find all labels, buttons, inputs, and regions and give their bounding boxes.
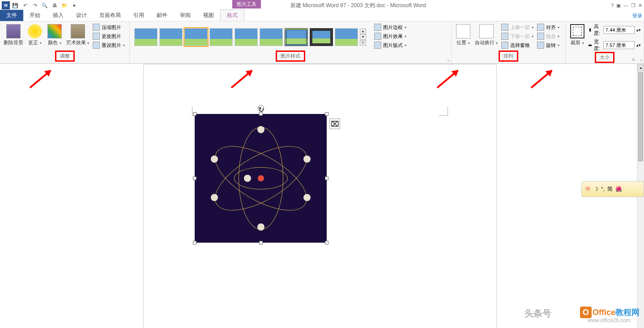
size-dialog-launcher-icon[interactable]: ⤡: [640, 59, 643, 63]
tab-design[interactable]: 设计: [70, 10, 93, 21]
style-item-9[interactable]: [335, 28, 358, 46]
restore-icon[interactable]: ❐: [631, 3, 635, 8]
print-preview-icon[interactable]: 🔍: [40, 1, 49, 10]
styles-dialog-launcher-icon[interactable]: ⤡: [447, 59, 450, 63]
tab-mailings[interactable]: 邮件: [150, 10, 174, 21]
change-icon: [93, 33, 100, 40]
picture-border-button[interactable]: 图片边框 ▾: [373, 23, 407, 31]
tab-view[interactable]: 视图: [197, 10, 220, 21]
ime-lang-icon[interactable]: 中: [585, 185, 591, 193]
tab-file[interactable]: 文件: [0, 10, 23, 21]
corrections-button[interactable]: 更正 ▾: [26, 23, 44, 50]
redo-icon[interactable]: ↷: [30, 1, 39, 10]
forward-icon: [501, 24, 508, 31]
resize-handle-sw[interactable]: [193, 241, 196, 244]
save-icon[interactable]: 💾: [11, 1, 20, 10]
rotate-button[interactable]: 旋转 ▾: [536, 41, 560, 49]
resize-handle-n[interactable]: [259, 112, 263, 116]
close-icon[interactable]: ✕: [638, 3, 642, 8]
backward-icon: [501, 33, 508, 40]
crop-label: 裁剪 ▾: [571, 39, 584, 46]
tab-insert[interactable]: 插入: [47, 10, 70, 21]
position-icon: [456, 24, 470, 38]
style-item-7[interactable]: [285, 28, 308, 46]
scroll-thumb[interactable]: [638, 72, 643, 161]
height-input[interactable]: [603, 26, 635, 34]
height-spinner-icon[interactable]: ▴▾: [636, 28, 641, 32]
gallery-down-icon[interactable]: ▾: [360, 34, 366, 40]
color-button[interactable]: 颜色 ▾: [46, 23, 64, 50]
gallery-more-icon[interactable]: ≡: [360, 40, 366, 46]
resize-handle-s[interactable]: [259, 241, 263, 244]
group-button[interactable]: 组合 ▾: [536, 32, 560, 40]
selection-pane-button[interactable]: 选择窗格: [500, 41, 534, 49]
width-icon: ⬌: [588, 42, 592, 48]
wrap-text-button[interactable]: 自动换行 ▾: [474, 23, 499, 50]
reset-picture-button[interactable]: 重设图片 ▾: [92, 41, 126, 49]
remove-background-button[interactable]: 删除背景: [3, 23, 24, 50]
picture-effects-button[interactable]: 图片效果 ▾: [373, 32, 407, 40]
width-input[interactable]: [603, 41, 635, 49]
ime-toolbar[interactable]: 中 ☽ °, 简 🌺: [581, 181, 644, 197]
selection-label: 选择窗格: [510, 42, 530, 49]
tab-review[interactable]: 审阅: [174, 10, 197, 21]
style-item-5[interactable]: [235, 28, 258, 46]
artistic-effects-button[interactable]: 艺术效果 ▾: [65, 23, 90, 50]
collapse-ribbon-icon[interactable]: ᐱ: [632, 57, 635, 62]
group-label-size: 大小: [595, 52, 614, 63]
undo-icon[interactable]: ↶: [21, 1, 30, 10]
picture-layout-button[interactable]: 图片版式 ▾: [373, 41, 407, 49]
login-link[interactable]: 登录: [632, 13, 642, 19]
ribbon-options-icon[interactable]: ▣: [616, 3, 621, 8]
change-picture-button[interactable]: 更改图片: [92, 32, 126, 40]
resize-handle-e[interactable]: [325, 177, 328, 180]
ime-mode-icon[interactable]: 简: [607, 185, 613, 193]
rotate-handle-icon[interactable]: ↻: [258, 105, 264, 111]
selection-icon: [501, 42, 508, 49]
help-icon[interactable]: ?: [611, 3, 614, 8]
scroll-up-icon[interactable]: ▴: [637, 64, 644, 71]
minimize-icon[interactable]: —: [623, 3, 628, 8]
word-app-icon[interactable]: W: [2, 1, 10, 9]
customize-qat-icon[interactable]: ▾: [70, 1, 79, 10]
style-item-4[interactable]: [209, 28, 233, 46]
ime-moon-icon[interactable]: ☽: [593, 186, 598, 192]
align-button[interactable]: 对齐 ▾: [536, 23, 560, 31]
resize-handle-nw[interactable]: [193, 112, 196, 116]
style-item-3[interactable]: [184, 28, 208, 46]
resize-handle-ne[interactable]: [325, 112, 328, 116]
watermark-office: OOffice教程网: [580, 307, 640, 318]
send-backward-button[interactable]: 下移一层 ▾: [500, 32, 534, 40]
tab-format[interactable]: 格式: [220, 9, 244, 21]
artistic-label: 艺术效果 ▾: [66, 39, 89, 46]
tab-layout[interactable]: 页面布局: [93, 10, 127, 21]
corrections-icon: [28, 24, 42, 38]
style-item-1[interactable]: [134, 28, 158, 46]
bring-forward-button[interactable]: 上移一层 ▾: [500, 23, 534, 31]
width-label: 宽度:: [594, 38, 601, 52]
gallery-up-icon[interactable]: ▴: [360, 29, 366, 34]
group-arrange: 位置 ▾ 自动换行 ▾ 上移一层 ▾ 下移一层 ▾ 选择窗格 对齐 ▾ 组合 ▾…: [452, 21, 566, 63]
selected-picture[interactable]: ↻ ⌧: [195, 114, 327, 243]
position-button[interactable]: 位置 ▾: [454, 23, 472, 50]
align-icon: [537, 24, 544, 31]
style-item-2[interactable]: [159, 28, 183, 46]
group-icon: [537, 33, 544, 40]
crop-button[interactable]: 裁剪 ▾: [568, 23, 586, 52]
change-label: 更改图片: [102, 33, 121, 40]
tab-references[interactable]: 引用: [127, 10, 150, 21]
open-icon[interactable]: 📁: [60, 1, 69, 10]
ime-comma-icon[interactable]: °,: [601, 186, 605, 192]
compress-icon: [93, 24, 100, 31]
layout-options-icon[interactable]: ⌧: [329, 118, 340, 129]
document-title: 新建 Microsoft Word 97 - 2003 文档.doc - Mic…: [290, 2, 426, 9]
width-spinner-icon[interactable]: ▴▾: [636, 43, 641, 47]
style-item-8[interactable]: [310, 28, 333, 46]
tab-home[interactable]: 开始: [23, 10, 47, 21]
resize-handle-se[interactable]: [325, 241, 328, 244]
compress-pictures-button[interactable]: 压缩图片: [92, 23, 126, 31]
quick-print-icon[interactable]: 🖶: [50, 1, 59, 10]
resize-handle-w[interactable]: [193, 177, 196, 180]
style-item-6[interactable]: [260, 28, 283, 46]
effects-icon: [374, 33, 381, 40]
